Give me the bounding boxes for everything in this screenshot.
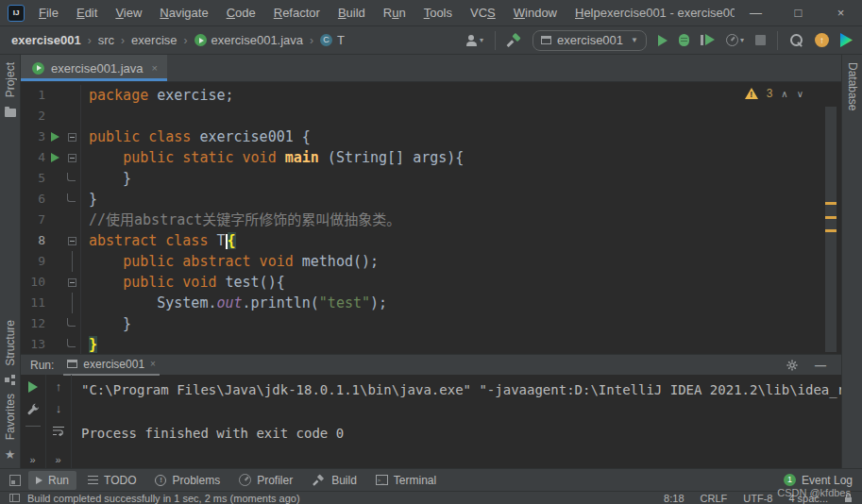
menu-tools[interactable]: Tools (424, 6, 452, 20)
sidebar-item-project[interactable]: Project (4, 62, 17, 97)
run-line-icon[interactable] (51, 153, 59, 162)
minimize-button[interactable]: — (735, 0, 777, 25)
sidebar-item-database[interactable]: Database (846, 62, 859, 110)
run-console-output[interactable]: "C:\Program Files\Java\jdk-18.0.1.1\bin\… (72, 375, 841, 468)
fold-marker[interactable] (68, 133, 76, 142)
more-actions-button[interactable]: » (55, 454, 61, 465)
toolwindow-button-problems[interactable]: !Problems (147, 471, 228, 490)
wrench-icon[interactable] (27, 403, 40, 415)
breadcrumb-item-t[interactable]: T (320, 33, 345, 47)
breadcrumb-item-src[interactable]: src (98, 33, 114, 47)
file-encoding[interactable]: UTF-8 (743, 493, 772, 504)
window-controls: — □ × (735, 0, 862, 25)
indent-setting[interactable]: 4 spac... (788, 493, 828, 504)
menu-code[interactable]: Code (227, 6, 256, 20)
tab-close-icon[interactable]: × (152, 62, 158, 74)
menu-navigate[interactable]: Navigate (160, 6, 208, 20)
gutter: 10 (21, 272, 81, 293)
warning-count[interactable]: 3 (767, 87, 773, 100)
tab-close-icon[interactable]: × (150, 359, 156, 369)
menu-file[interactable]: File (39, 6, 59, 20)
event-log-button[interactable]: 1 Event Log (784, 474, 853, 487)
menu-view[interactable]: View (115, 6, 142, 20)
fold-marker[interactable] (68, 237, 76, 245)
application-icon (67, 360, 77, 368)
menu-build[interactable]: Build (338, 6, 365, 20)
soft-wrap-icon[interactable] (52, 425, 65, 436)
close-button[interactable]: × (820, 0, 862, 25)
fold-marker[interactable] (67, 193, 76, 202)
fold-marker[interactable] (67, 339, 76, 347)
editor-tab-bar: exercise001.java × (21, 55, 841, 81)
warning-stripe-mark[interactable] (825, 216, 837, 219)
lock-icon[interactable] (844, 493, 853, 503)
breadcrumb-item-exercise001[interactable]: exercise001 (11, 33, 81, 47)
warning-triangle-icon[interactable] (745, 88, 758, 99)
line-ending[interactable]: CRLF (701, 493, 728, 504)
menu-refactor[interactable]: Refactor (274, 6, 320, 20)
code-lines: 1package exercise;23public class exercis… (21, 82, 841, 354)
gutter: 6 (21, 189, 81, 210)
fold-marker[interactable] (67, 318, 76, 327)
build-hammer-icon[interactable] (507, 34, 521, 47)
tool-window-switcher[interactable] (6, 475, 25, 486)
menu-vcs[interactable]: VCS (470, 6, 496, 20)
runnable-class-icon (32, 62, 44, 75)
hide-panel-icon[interactable]: — (815, 359, 826, 372)
run-configuration-select[interactable]: exercise001 ▼ (532, 30, 647, 51)
toolwindow-button-build[interactable]: Build (304, 471, 364, 490)
code-text: System.out.println("test"); (81, 293, 841, 313)
prev-warning-button[interactable]: ∧ (781, 89, 787, 99)
code-editor[interactable]: 1package exercise;23public class exercis… (21, 81, 841, 354)
debug-button[interactable] (679, 34, 689, 46)
structure-icon[interactable] (5, 375, 16, 385)
editor-tab-exercise001[interactable]: exercise001.java × (21, 55, 167, 81)
run-line-icon[interactable] (51, 132, 59, 142)
sidebar-item-structure[interactable]: Structure (4, 320, 17, 366)
bottom-tool-bar: RunTODO!ProblemsProfilerBuild>_Terminal … (0, 468, 862, 491)
profiler-button[interactable]: ▾ (726, 34, 744, 46)
menu-window[interactable]: Window (514, 6, 557, 20)
down-stacktrace-icon[interactable]: ↓ (56, 403, 62, 414)
next-warning-button[interactable]: ∨ (797, 89, 803, 99)
editor-line-7: 7//使用abstract关键字所修饰的累叫做抽象类。 (21, 210, 841, 230)
toolwindow-button-profiler[interactable]: Profiler (231, 471, 300, 490)
gradient-play-icon[interactable] (840, 33, 853, 47)
search-everywhere-button[interactable] (789, 33, 803, 47)
menu-edit[interactable]: Edit (76, 6, 97, 20)
menu-run[interactable]: Run (383, 6, 406, 20)
toolbar-actions: ▾ exercise001 ▼ ▾ ↑ (465, 30, 853, 51)
fold-marker[interactable] (68, 278, 76, 287)
code-text: } (81, 168, 841, 189)
sidebar-item-favorites[interactable]: Favorites (4, 394, 17, 440)
bottom-bar-items: RunTODO!ProblemsProfilerBuild>_Terminal (28, 471, 444, 490)
gear-icon[interactable] (786, 360, 798, 371)
code-with-me-button[interactable]: ▾ (465, 35, 483, 46)
toolwindow-button-run[interactable]: Run (28, 471, 76, 490)
warning-stripe-mark[interactable] (825, 202, 837, 205)
rerun-button[interactable] (28, 381, 38, 393)
up-stacktrace-icon[interactable]: ↑ (56, 381, 62, 393)
star-icon[interactable]: ★ (5, 448, 16, 461)
caret-position[interactable]: 8:18 (664, 493, 684, 504)
update-notification-icon[interactable]: ↑ (815, 33, 829, 47)
toolwindow-button-todo[interactable]: TODO (80, 471, 144, 490)
more-actions-button[interactable]: » (29, 454, 36, 465)
run-console-tab[interactable]: exercise001 × (63, 355, 160, 376)
warning-stripe-mark[interactable] (825, 229, 837, 232)
menu-help[interactable]: Help (575, 6, 600, 20)
line-number: 4 (21, 147, 45, 168)
toolwindow-button-terminal[interactable]: >_Terminal (368, 471, 444, 490)
maximize-button[interactable]: □ (777, 0, 820, 25)
fold-marker[interactable] (67, 173, 76, 181)
fold-marker[interactable] (68, 154, 76, 162)
breadcrumb-item-exercise001.java[interactable]: exercise001.java (194, 33, 304, 47)
layout-icon[interactable] (9, 494, 20, 502)
navigation-toolbar: exercise001›src›exercise›exercise001.jav… (0, 26, 862, 55)
breadcrumb-item-exercise[interactable]: exercise (131, 33, 177, 47)
project-folder-icon[interactable] (5, 109, 16, 117)
run-button[interactable] (658, 35, 668, 46)
run-with-coverage-button[interactable] (701, 34, 715, 46)
stop-button[interactable] (755, 35, 766, 45)
breadcrumb-separator: › (121, 34, 125, 47)
